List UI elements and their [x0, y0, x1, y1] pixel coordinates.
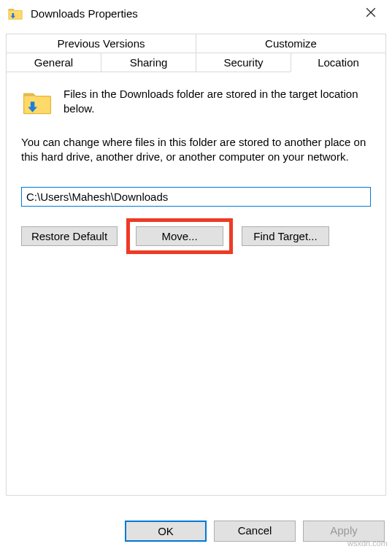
description-text-1: Files in the Downloads folder are stored… [64, 87, 371, 117]
tab-general[interactable]: General [6, 53, 101, 72]
tab-customize[interactable]: Customize [196, 34, 386, 53]
cancel-button[interactable]: Cancel [214, 521, 296, 542]
watermark-text: wsxdn.com [347, 539, 388, 548]
dialog-footer: OK Cancel Apply [125, 521, 385, 542]
tab-location[interactable]: Location [291, 53, 386, 72]
find-target-button[interactable]: Find Target... [242, 226, 329, 246]
tab-sharing[interactable]: Sharing [101, 53, 196, 72]
button-row: Restore Default Move... Find Target... [21, 218, 371, 254]
move-button[interactable]: Move... [136, 226, 223, 246]
move-button-highlight: Move... [126, 218, 233, 254]
close-button[interactable] [357, 3, 385, 24]
window-title: Downloads Properties [31, 7, 138, 20]
downloads-folder-large-icon [21, 87, 53, 119]
path-input[interactable] [21, 187, 371, 207]
tab-previous-versions[interactable]: Previous Versions [6, 34, 196, 53]
description-text-2: You can change where files in this folde… [21, 135, 371, 165]
downloads-folder-icon [7, 6, 23, 22]
titlebar: Downloads Properties [0, 0, 392, 28]
ok-button[interactable]: OK [125, 521, 207, 542]
restore-default-button[interactable]: Restore Default [21, 226, 118, 246]
tab-security[interactable]: Security [196, 53, 291, 72]
location-panel: Files in the Downloads folder are stored… [6, 72, 386, 496]
tab-strip: Previous Versions Customize General Shar… [6, 34, 386, 72]
